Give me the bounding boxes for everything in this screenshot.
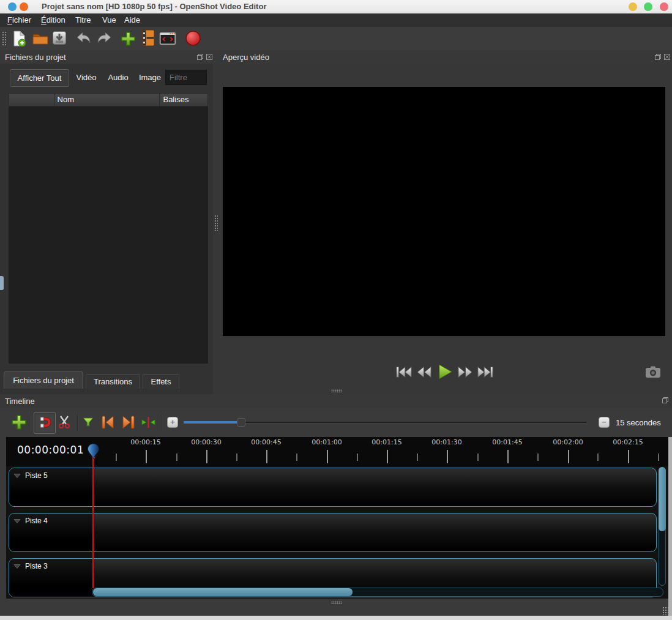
window-dot-blue-icon[interactable]	[8, 2, 17, 11]
zoom-slider-handle[interactable]	[237, 418, 245, 427]
float-panel-icon[interactable]	[662, 397, 669, 404]
track-menu-chevron-icon[interactable]	[13, 518, 21, 524]
menu-fichier[interactable]: Fichier	[4, 13, 35, 27]
files-table-header[interactable]: Nom Balises	[9, 93, 208, 106]
float-panel-icon[interactable]	[196, 53, 204, 61]
jump-to-start-button[interactable]	[395, 365, 413, 379]
files-table-body[interactable]	[9, 106, 208, 364]
new-project-button[interactable]	[11, 30, 28, 47]
track-piste-4[interactable]: Piste 4	[9, 513, 657, 552]
redo-button[interactable]	[97, 31, 112, 45]
track-menu-chevron-icon[interactable]	[13, 564, 21, 569]
ruler-label: 00:01:00	[305, 438, 348, 446]
choose-profile-button[interactable]	[141, 29, 155, 47]
toolbar-separator	[77, 415, 78, 431]
rewind-button[interactable]	[416, 365, 433, 379]
snapping-toggle-button[interactable]	[34, 412, 56, 434]
float-panel-icon[interactable]	[654, 53, 662, 61]
magnet-icon	[37, 416, 51, 429]
timeline-tracks-area[interactable]: Piste 5 Piste 4 Piste 3	[6, 466, 669, 599]
tab-effects[interactable]: Effets	[143, 374, 179, 389]
track-label: Piste 5	[25, 471, 48, 480]
toolbar-separator	[161, 415, 162, 431]
capture-frame-camera-icon[interactable]	[645, 365, 661, 379]
ruler-label: 00:01:15	[365, 438, 408, 446]
window-title: Projet sans nom [HD 1080p 50 fps] - Open…	[42, 2, 266, 11]
ruler-label: 00:02:00	[547, 438, 589, 446]
menu-vue[interactable]: Vue	[99, 13, 120, 27]
filter-show-all-button[interactable]: Afficher Tout	[10, 69, 69, 87]
import-files-button[interactable]	[119, 30, 137, 48]
name-column-header[interactable]: Nom	[54, 94, 160, 106]
menu-bar: Fichier Édition Titre Vue Aide	[0, 13, 672, 28]
ruler-label: 00:00:15	[124, 438, 167, 446]
open-project-button[interactable]	[32, 31, 49, 46]
razor-tool-button[interactable]	[57, 415, 72, 429]
menu-edition[interactable]: Édition	[37, 13, 69, 27]
project-files-header: Fichiers du projet	[0, 50, 213, 64]
video-preview-title: Aperçu vidéo	[223, 53, 269, 62]
bottom-splitter-handle[interactable]	[331, 601, 342, 604]
ruler-label: 00:01:30	[425, 438, 468, 446]
fullscreen-button[interactable]	[159, 32, 176, 45]
add-marker-button[interactable]	[82, 417, 94, 428]
left-edge-dock-tab[interactable]	[0, 276, 4, 290]
track-header	[9, 468, 94, 506]
track-header	[9, 514, 94, 551]
tab-transitions[interactable]: Transitions	[86, 374, 140, 389]
filter-input[interactable]	[165, 70, 207, 85]
track-piste-5[interactable]: Piste 5	[9, 468, 657, 507]
play-button[interactable]	[436, 363, 454, 381]
video-display	[223, 87, 665, 336]
window-dot-orange-icon[interactable]	[20, 2, 28, 11]
center-on-playhead-button[interactable]	[140, 416, 157, 428]
vertical-splitter-handle[interactable]	[214, 215, 218, 231]
playhead-marker[interactable]	[87, 443, 100, 463]
video-preview-header: Aperçu vidéo	[213, 50, 672, 64]
track-label: Piste 3	[25, 562, 48, 570]
toolbar-grip-icon[interactable]	[2, 31, 6, 46]
zoom-out-button[interactable]: −	[599, 417, 610, 428]
save-project-button[interactable]	[51, 30, 67, 46]
next-marker-button[interactable]	[121, 414, 136, 430]
playhead-line	[92, 459, 94, 588]
thumbnail-column-header[interactable]	[9, 94, 54, 106]
close-panel-icon[interactable]	[206, 53, 213, 61]
playhead-timecode: 00:00:00:01	[17, 444, 84, 456]
timeline-header: Timeline	[0, 394, 672, 408]
timeline-ruler[interactable]: 00:00:00:01 00:00:15 00:00:30 00:00:45 0…	[6, 437, 669, 466]
fast-forward-button[interactable]	[457, 365, 474, 379]
tab-project-files[interactable]: Fichiers du projet	[4, 372, 83, 389]
jump-to-end-button[interactable]	[477, 365, 494, 379]
export-video-button[interactable]	[185, 30, 201, 47]
ruler-label: 00:01:45	[486, 438, 529, 446]
ruler-label: 00:00:45	[245, 438, 288, 446]
tags-column-header[interactable]: Balises	[160, 94, 207, 106]
undo-button[interactable]	[76, 31, 91, 45]
project-files-title: Fichiers du projet	[5, 53, 66, 62]
close-panel-icon[interactable]	[663, 53, 671, 61]
zoom-in-button[interactable]: +	[167, 417, 178, 428]
filter-image-button[interactable]: Image	[135, 69, 165, 86]
close-button[interactable]	[660, 2, 668, 11]
main-toolbar	[0, 27, 672, 51]
maximize-button[interactable]	[644, 2, 652, 11]
horizontal-splitter-handle[interactable]	[331, 389, 342, 392]
track-menu-chevron-icon[interactable]	[13, 473, 21, 479]
openshot-window: Projet sans nom [HD 1080p 50 fps] - Open…	[0, 0, 672, 620]
track-label: Piste 4	[25, 517, 48, 525]
previous-marker-button[interactable]	[100, 414, 116, 430]
zoom-scale-label: 15 secondes	[616, 418, 661, 427]
ruler-label: 00:00:30	[185, 438, 228, 446]
window-bottom-edge	[0, 616, 672, 620]
horizontal-scrollbar-thumb[interactable]	[93, 588, 353, 596]
menu-aide[interactable]: Aide	[121, 13, 144, 27]
filter-video-button[interactable]: Vidéo	[72, 69, 100, 86]
menu-titre[interactable]: Titre	[72, 13, 95, 27]
track-header	[9, 559, 94, 597]
minimize-button[interactable]	[629, 2, 637, 11]
filter-audio-button[interactable]: Audio	[103, 69, 133, 86]
vertical-scrollbar-thumb[interactable]	[659, 467, 666, 531]
timeline-title: Timeline	[5, 397, 35, 406]
add-track-button[interactable]	[10, 413, 28, 431]
